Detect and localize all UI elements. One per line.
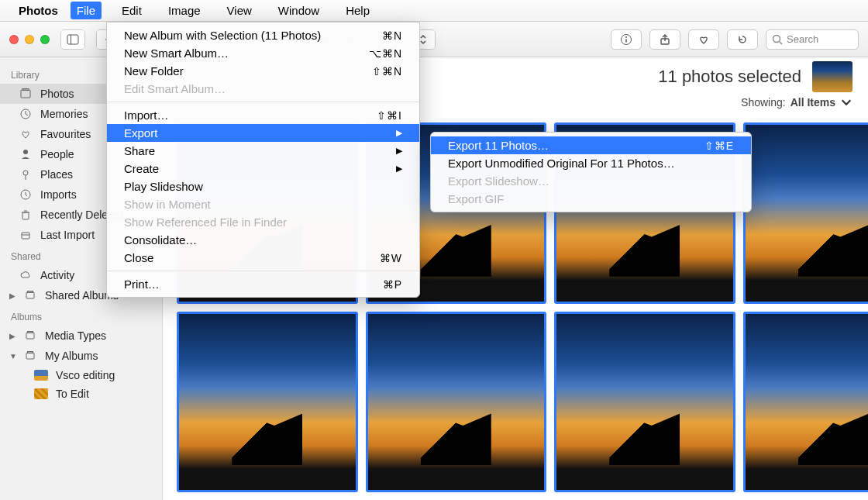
photo-thumbnail[interactable]	[743, 122, 869, 304]
search-field[interactable]: Search	[766, 29, 859, 50]
sidebar-item-my-albums[interactable]: ▼My Albums	[0, 346, 162, 366]
menu-window[interactable]: Window	[272, 2, 326, 19]
menu-item-export-unmodified-original-for-11-photos[interactable]: Export Unmodified Original For 11 Photos…	[431, 154, 751, 172]
traffic-lights	[9, 35, 50, 44]
info-icon	[620, 33, 632, 46]
sidebar-item-label: Favourites	[40, 128, 91, 140]
menu-item-create[interactable]: Create▶	[107, 160, 419, 178]
menu-shortcut: ⇧⌘I	[377, 109, 402, 122]
menu-shortcut: ⌘P	[383, 278, 402, 291]
menu-item-edit-smart-album: Edit Smart Album…	[107, 80, 419, 98]
sidebar-item-label: To Edit	[56, 388, 89, 400]
favourite-button[interactable]	[688, 29, 719, 50]
menu-item-label: New Smart Album…	[124, 47, 229, 60]
heart-icon	[19, 127, 33, 141]
disclosure-triangle-icon[interactable]: ▶	[9, 332, 16, 340]
cloud-icon	[19, 268, 33, 282]
menu-item-export-gif: Export GIF	[431, 190, 751, 208]
stack-icon	[23, 288, 37, 302]
minimize-window-icon[interactable]	[25, 35, 34, 44]
sidebar-item-media-types[interactable]: ▶Media Types	[0, 326, 162, 346]
menu-item-label: Export GIF	[448, 192, 505, 205]
photo-thumbnail[interactable]	[366, 312, 547, 493]
svg-point-5	[625, 36, 627, 38]
svg-line-10	[780, 42, 782, 44]
sidebar-toggle-segment	[60, 29, 85, 50]
menu-item-play-slideshow[interactable]: Play Slideshow	[107, 178, 419, 195]
menu-separator	[107, 102, 419, 102]
menu-item-label: Export	[124, 126, 157, 140]
showing-value[interactable]: All Items	[790, 96, 835, 109]
menu-image[interactable]: Image	[162, 2, 207, 19]
box-icon	[19, 228, 33, 242]
menu-shortcut: ⇧⌘E	[704, 140, 734, 152]
fullscreen-window-icon[interactable]	[40, 35, 50, 44]
rotate-button[interactable]	[727, 29, 758, 50]
menu-item-label: Export 11 Photos…	[448, 139, 549, 152]
menu-shortcut: ⌥⌘N	[369, 47, 402, 60]
photo-thumbnail[interactable]	[743, 312, 869, 493]
sidebar-item-label: Media Types	[45, 329, 106, 342]
sidebar-icon	[67, 33, 79, 46]
menu-item-label: Export Unmodified Original For 11 Photos…	[448, 157, 675, 170]
svg-rect-25	[26, 333, 34, 339]
info-button[interactable]	[611, 29, 642, 50]
menu-item-export-11-photos[interactable]: Export 11 Photos…⇧⌘E	[431, 136, 751, 154]
close-window-icon[interactable]	[9, 35, 19, 44]
selection-count-label: 11 photos selected	[658, 67, 801, 87]
search-placeholder: Search	[787, 33, 818, 45]
menu-item-label: Consolidate…	[124, 233, 197, 247]
menu-item-import[interactable]: Import…⇧⌘I	[107, 106, 419, 124]
trash-icon	[19, 208, 33, 222]
svg-point-9	[773, 35, 780, 42]
svg-rect-18	[22, 212, 29, 219]
menu-item-export[interactable]: Export▶	[107, 124, 419, 142]
menu-shortcut: ⌘W	[380, 252, 402, 264]
menu-edit[interactable]: Edit	[115, 2, 148, 19]
sidebar-toggle-button[interactable]	[61, 30, 84, 49]
stack-icon	[23, 349, 37, 363]
sidebar-item-label: People	[40, 148, 74, 160]
sidebar-item-to-edit[interactable]: To Edit	[0, 384, 162, 403]
heart-icon	[698, 33, 710, 46]
share-button[interactable]	[649, 29, 680, 50]
menu-item-label: Show in Moment	[124, 198, 211, 211]
menu-view[interactable]: View	[221, 2, 258, 19]
menu-shortcut: ⇧⌘N	[372, 65, 402, 78]
stack-icon	[23, 329, 37, 343]
svg-point-14	[23, 150, 28, 154]
menu-item-label: Close	[124, 251, 153, 264]
app-name[interactable]: Photos	[19, 4, 58, 17]
menu-item-new-smart-album[interactable]: New Smart Album…⌥⌘N	[107, 44, 419, 62]
export-submenu: Export 11 Photos…⇧⌘EExport Unmodified Or…	[430, 132, 752, 212]
album-thumbnail-icon	[34, 388, 48, 399]
menu-item-new-folder[interactable]: New Folder⇧⌘N	[107, 62, 419, 80]
svg-point-15	[23, 171, 28, 175]
photo-thumbnail[interactable]	[554, 312, 735, 493]
sidebar-item-label: Photos	[40, 88, 74, 100]
svg-rect-27	[26, 353, 34, 359]
person-icon	[19, 147, 33, 161]
share-icon	[659, 33, 671, 46]
menu-item-close[interactable]: Close⌘W	[107, 249, 419, 267]
photo-thumbnail[interactable]	[177, 312, 358, 493]
sidebar-item-vsco-editing[interactable]: Vsco editing	[0, 366, 162, 384]
menu-item-label: Import…	[124, 109, 169, 122]
disclosure-triangle-icon[interactable]: ▼	[9, 352, 16, 360]
menu-file[interactable]: File	[71, 2, 102, 19]
menu-item-consolidate[interactable]: Consolidate…	[107, 231, 419, 249]
rotate-icon	[736, 33, 749, 46]
menu-item-new-album-with-selection-11-photos[interactable]: New Album with Selection (11 Photos)⌘N	[107, 26, 419, 44]
submenu-arrow-icon: ▶	[396, 128, 402, 138]
sidebar-item-label: Memories	[40, 108, 88, 120]
clock2-icon	[19, 188, 33, 202]
menu-item-print[interactable]: Print…⌘P	[107, 275, 419, 293]
submenu-arrow-icon: ▶	[396, 146, 402, 156]
disclosure-triangle-icon[interactable]: ▶	[9, 291, 16, 300]
menu-item-share[interactable]: Share▶	[107, 142, 419, 160]
menu-help[interactable]: Help	[339, 2, 376, 19]
menu-item-label: New Album with Selection (11 Photos)	[124, 29, 321, 42]
menu-item-label: Edit Smart Album…	[124, 82, 226, 95]
svg-rect-23	[26, 292, 34, 298]
submenu-arrow-icon: ▶	[396, 164, 402, 174]
